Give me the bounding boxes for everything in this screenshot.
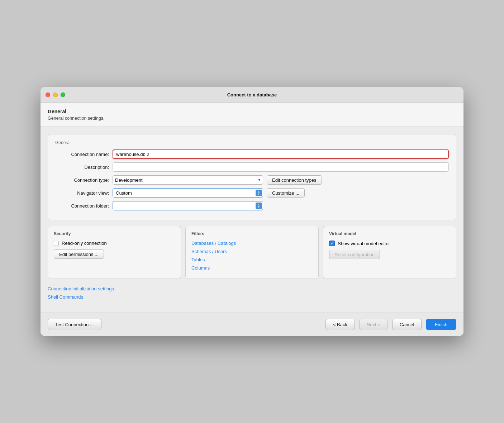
shell-commands-link[interactable]: Shell Commands	[48, 294, 456, 300]
traffic-lights	[46, 92, 65, 97]
connection-type-select[interactable]: Development	[113, 175, 263, 185]
connection-type-wrapper: Development ▼	[113, 175, 263, 185]
connection-folder-row: Connection folder: ▲ ▼	[55, 201, 449, 210]
security-box: Security Read-only connection Edit permi…	[48, 226, 181, 279]
back-button[interactable]: < Back	[325, 319, 355, 330]
connection-folder-label: Connection folder:	[55, 203, 113, 209]
reset-configuration-button[interactable]: Reset configuration	[329, 250, 380, 259]
security-title: Security	[54, 231, 175, 236]
navigator-view-select[interactable]: Custom	[113, 188, 263, 198]
filter-link-columns[interactable]: Columns	[191, 265, 313, 271]
connection-type-row: Connection type: Development ▼ Edit conn…	[55, 175, 449, 185]
connection-type-label: Connection type:	[55, 177, 113, 183]
connection-folder-wrapper: ▲ ▼	[113, 201, 263, 210]
filters-title: Filters	[191, 231, 313, 236]
main-content: General Connection name: Description: Co…	[41, 127, 463, 313]
header-section-label: General	[48, 109, 456, 114]
description-row: Description:	[55, 162, 449, 172]
cancel-button[interactable]: Cancel	[392, 319, 422, 330]
show-virtual-model-row: ✓ Show virtual model editor	[329, 241, 450, 246]
filter-link-schemas[interactable]: Schemas / Users	[191, 249, 313, 254]
virtual-model-title: Virtual model	[329, 231, 450, 236]
connection-init-link[interactable]: Connection initialization settings	[48, 286, 456, 291]
maximize-button[interactable]	[61, 92, 65, 97]
readonly-label: Read-only connection	[62, 241, 107, 246]
readonly-checkbox[interactable]	[54, 241, 59, 246]
finish-button[interactable]: Finish	[426, 319, 456, 330]
description-label: Description:	[55, 165, 113, 170]
customize-button[interactable]: Customize ...	[267, 188, 305, 198]
titlebar: Connect to a database	[41, 87, 463, 103]
show-virtual-model-label: Show virtual model editor	[338, 241, 390, 246]
show-virtual-model-checkbox[interactable]: ✓	[329, 241, 335, 246]
next-button[interactable]: Next >	[359, 319, 388, 330]
filters-box: Filters Databases / Catalogs Schemas / U…	[185, 226, 319, 279]
minimize-button[interactable]	[53, 92, 58, 97]
readonly-row: Read-only connection	[54, 241, 175, 246]
checkmark-icon: ✓	[331, 241, 334, 246]
bottom-bar: Test Connection ... < Back Next > Cancel…	[41, 313, 463, 336]
filter-link-tables[interactable]: Tables	[191, 257, 313, 262]
navigator-view-label: Navigator view:	[55, 190, 113, 196]
connection-folder-select[interactable]	[113, 201, 263, 210]
test-connection-button[interactable]: Test Connection ...	[48, 319, 101, 330]
main-window: Connect to a database General General co…	[41, 87, 463, 336]
links-section: Connection initialization settings Shell…	[48, 285, 456, 305]
connection-name-input[interactable]	[113, 149, 449, 159]
description-input[interactable]	[113, 162, 449, 172]
general-section-box: General Connection name: Description: Co…	[48, 134, 456, 220]
connection-name-label: Connection name:	[55, 152, 113, 157]
close-button[interactable]	[46, 92, 50, 97]
header-section: General General connection settings.	[41, 103, 463, 127]
general-section-title: General	[55, 140, 449, 145]
window-title: Connect to a database	[227, 92, 277, 98]
lower-sections-row: Security Read-only connection Edit permi…	[48, 226, 456, 279]
edit-connection-types-button[interactable]: Edit connection types	[267, 175, 322, 185]
connection-name-row: Connection name:	[55, 149, 449, 159]
navigator-view-wrapper: Custom ▲ ▼	[113, 188, 263, 198]
virtual-model-box: Virtual model ✓ Show virtual model edito…	[323, 226, 456, 279]
navigator-view-row: Navigator view: Custom ▲ ▼ Customize ...	[55, 188, 449, 198]
header-subtitle: General connection settings.	[48, 116, 456, 121]
filter-link-databases[interactable]: Databases / Catalogs	[191, 241, 313, 246]
edit-permissions-button[interactable]: Edit permissions ...	[54, 249, 104, 259]
